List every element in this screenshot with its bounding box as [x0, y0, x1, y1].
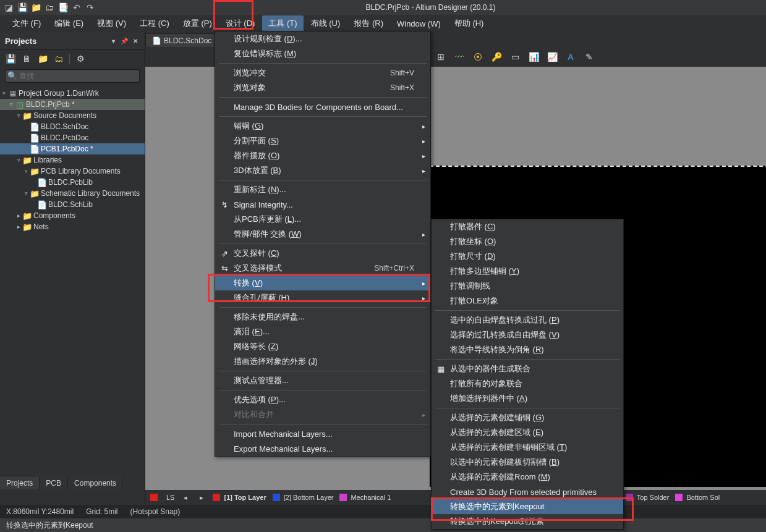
chart2-icon[interactable]: 📈	[546, 51, 558, 63]
route-icon[interactable]: 〰	[453, 51, 466, 63]
panel-tab-projects[interactable]: Projects	[0, 477, 40, 489]
pencil-icon[interactable]: ✎	[583, 51, 595, 63]
menu-item[interactable]: 增加选择到器件中 (A)	[432, 391, 623, 406]
menu-item[interactable]: 描画选择对象的外形 (J)	[215, 354, 430, 369]
layer-swatch[interactable]	[150, 494, 158, 501]
menu-item[interactable]: 缝合孔/屏蔽 (H)▸	[215, 290, 430, 305]
menu-item[interactable]: 3D体放置 (B)▸	[215, 163, 430, 178]
menu-tools[interactable]: 工具 (T)	[262, 15, 303, 32]
tree-sch-library-docs[interactable]: Schematic Library Documents	[40, 189, 140, 198]
menu-item[interactable]: Import Mechanical Layers...	[215, 426, 430, 441]
menu-item[interactable]: Export Mechanical Layers...	[215, 441, 430, 456]
text-icon[interactable]: A	[564, 51, 577, 63]
key-icon[interactable]: 🔑	[490, 51, 503, 63]
layer-ls[interactable]: LS	[166, 494, 174, 501]
projects-tree[interactable]: ▿🖥Project Group 1.DsnWrk ▿◫BLDC.PrjPcb *…	[0, 85, 145, 532]
menu-item[interactable]: 打散器件 (C)	[432, 219, 623, 234]
tree-nets[interactable]: Nets	[32, 222, 49, 231]
menu-report[interactable]: 报告 (R)	[347, 15, 389, 32]
menu-view[interactable]: 视图 (V)	[91, 15, 132, 32]
undo-icon[interactable]: ↶	[72, 2, 82, 12]
save-project-icon[interactable]: 💾	[5, 53, 16, 64]
tree-components[interactable]: Components	[32, 211, 75, 220]
menu-item[interactable]: 分割平面 (S)▸	[215, 133, 430, 148]
menu-item[interactable]: 转换选中的元素到Keepout	[432, 499, 623, 514]
tree-pcb1[interactable]: PCB1.PcbDoc *	[40, 145, 93, 153]
menu-item[interactable]: 优先选项 (P)...	[215, 392, 430, 407]
menu-item[interactable]: 转换选中的Keepout到元素	[432, 514, 623, 529]
panel-close-icon[interactable]: ✕	[131, 36, 140, 45]
add-files-icon[interactable]: 🗂	[53, 53, 64, 64]
menu-item[interactable]: 打散多边型铺铜 (Y)	[432, 264, 623, 279]
open-folder-icon[interactable]: 📁	[31, 2, 41, 12]
menu-item[interactable]: 从选择的元素创建非铺铜区域 (T)	[432, 440, 623, 455]
panel-menu-icon[interactable]: ▾	[109, 36, 117, 45]
layer-bottom[interactable]: [2] Bottom Layer	[273, 494, 334, 501]
panel-tab-pcb[interactable]: PCB	[40, 477, 68, 489]
menu-item[interactable]: 打散OLE对象	[432, 293, 623, 308]
layer-top[interactable]: [1] Top Layer	[213, 494, 266, 501]
menu-item[interactable]: 设计规则检查 (D)...	[215, 32, 430, 46]
open-templates-icon[interactable]: 📑	[58, 2, 68, 12]
menu-item[interactable]: 从选择的元素创建区域 (E)	[432, 425, 623, 440]
menu-item[interactable]: Create 3D Body From selected primitives	[432, 484, 623, 499]
menu-item[interactable]: 选择的过孔转换成自由焊盘 (V)	[432, 327, 623, 342]
menu-design[interactable]: 设计 (D)	[219, 15, 262, 32]
menu-item[interactable]: ↯Signal Integrity...	[215, 197, 430, 212]
open-folders-icon[interactable]: 🗂	[45, 2, 54, 12]
menu-item[interactable]: Manage 3D Bodies for Components on Board…	[215, 99, 430, 114]
menu-item[interactable]: 移除未使用的焊盘...	[215, 310, 430, 324]
menu-item[interactable]: 复位错误标志 (M)	[215, 46, 430, 61]
menu-item[interactable]: 滴泪 (E)...	[215, 324, 430, 339]
menu-project[interactable]: 工程 (C)	[134, 15, 176, 32]
menu-item[interactable]: ▦从选中的器件生成联合	[432, 361, 623, 376]
tree-pcb-library-docs[interactable]: PCB Library Documents	[40, 167, 121, 175]
menu-item[interactable]: ⇆交叉选择模式Shift+Ctrl+X	[215, 261, 430, 276]
menu-item[interactable]: 打散坐标 (O)	[432, 234, 623, 249]
menu-route[interactable]: 布线 (U)	[305, 15, 347, 32]
menu-window[interactable]: Window (W)	[391, 17, 447, 31]
menu-item[interactable]: 打散调制线	[432, 279, 623, 293]
menu-item[interactable]: 以选中的元素创建板切割槽 (B)	[432, 455, 623, 470]
menu-item[interactable]: 铺铜 (G)▸	[215, 119, 430, 133]
menu-item[interactable]: 从PCB库更新 (L)...	[215, 212, 430, 227]
panel-tab-components[interactable]: Components	[68, 477, 123, 489]
tree-project-group[interactable]: Project Group 1.DsnWrk	[17, 89, 99, 98]
menu-item[interactable]: 器件摆放 (O)▸	[215, 148, 430, 163]
scroll-left-icon[interactable]: ◂	[181, 494, 190, 502]
menu-item[interactable]: 打散所有的对象联合	[432, 376, 623, 391]
layer-mechanical[interactable]: Mechanical 1	[339, 494, 391, 501]
tool-icon[interactable]: ⊞	[435, 51, 447, 63]
menu-item[interactable]: 测试点管理器...	[215, 373, 430, 388]
layer-bottom-solder[interactable]: Bottom Sol	[675, 494, 720, 501]
dimension-icon[interactable]: ▭	[509, 51, 521, 63]
scroll-right-icon[interactable]: ▸	[197, 494, 206, 502]
menu-item[interactable]: 浏览对象Shift+X	[215, 80, 430, 95]
menu-item[interactable]: 重新标注 (N)...	[215, 182, 430, 197]
tree-pcbdoc[interactable]: BLDC.PcbDoc	[40, 133, 88, 142]
menu-item[interactable]: 将选中导线转换为倒角 (R)	[432, 342, 623, 357]
add-folder-icon[interactable]: 📁	[37, 53, 48, 64]
compile-icon[interactable]: 🗎	[21, 53, 32, 64]
tree-project[interactable]: BLDC.PrjPcb *	[25, 100, 75, 109]
tree-libraries[interactable]: Libraries	[32, 156, 62, 164]
menu-item[interactable]: 浏览冲突Shift+V	[215, 65, 430, 80]
via-icon[interactable]: ⦿	[472, 51, 484, 63]
tree-schdoc[interactable]: BLDC.SchDoc	[40, 122, 88, 131]
menu-item[interactable]: 网络等长 (Z)	[215, 339, 430, 354]
menu-help[interactable]: 帮助 (H)	[448, 15, 490, 32]
menu-item[interactable]: ⇗交叉探针 (C)	[215, 246, 430, 261]
redo-icon[interactable]: ↷	[85, 2, 95, 12]
menu-edit[interactable]: 编辑 (E)	[48, 15, 90, 32]
save-icon[interactable]: 💾	[17, 2, 27, 12]
tree-source-documents[interactable]: Source Documents	[32, 111, 96, 120]
menu-item[interactable]: 选中的自由焊盘转换成过孔 (P)	[432, 313, 623, 327]
panel-pin-icon[interactable]: 📌	[120, 36, 129, 45]
search-input[interactable]	[5, 69, 140, 83]
menu-file[interactable]: 文件 (F)	[6, 15, 47, 32]
doc-tab-schdoc[interactable]: 📄BLDC.SchDoc	[145, 33, 218, 47]
layer-top-solder[interactable]: Top Solder	[626, 494, 670, 501]
tree-pcblib[interactable]: BLDC.PcbLib	[47, 178, 93, 187]
menu-item[interactable]: 从选择的元素创建铺铜 (G)	[432, 410, 623, 425]
tree-schlib[interactable]: BLDC.SchLib	[47, 200, 93, 209]
